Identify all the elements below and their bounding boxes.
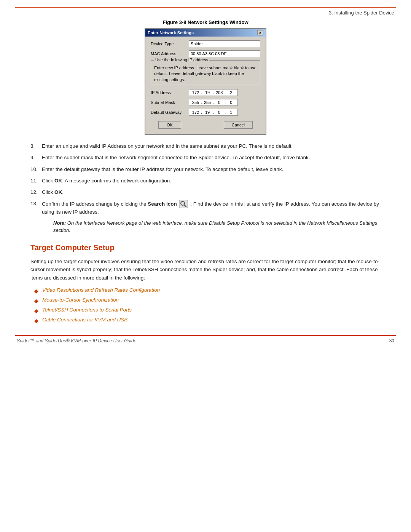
bullet-item-4: ◆ Cable Connections for KVM and USB: [34, 317, 381, 324]
instruction-item-13: 13. Confirm the IP address change by cli…: [30, 200, 381, 234]
mac-address-label: MAC Address: [151, 51, 189, 56]
subnet-octet-4[interactable]: [226, 100, 236, 105]
list-num-11: 11.: [30, 177, 42, 185]
ip-octet-3[interactable]: [214, 90, 224, 95]
ip-octet-4[interactable]: [226, 90, 236, 95]
device-type-label: Device Type: [151, 42, 189, 46]
svg-point-3: [183, 203, 184, 204]
mac-address-row: MAC Address: [151, 50, 260, 57]
instruction-item-11: 11. Click OK. A message confirms the net…: [30, 177, 381, 185]
ip-dot-2: .: [213, 90, 214, 95]
list-content-12: Click OK.: [42, 189, 381, 196]
subnet-mask-label: Subnet Mask: [151, 100, 189, 105]
ip-dot-3: .: [225, 90, 226, 95]
close-button[interactable]: ×: [257, 30, 263, 35]
bullet-diamond-2: ◆: [34, 298, 38, 304]
ip-dot-1: .: [201, 90, 202, 95]
list-content-10: Enter the default gateway that is the ro…: [42, 166, 381, 173]
gateway-dot-1: .: [201, 110, 202, 115]
ip-address-row: IP Address . . .: [151, 89, 260, 96]
ip-octet-2[interactable]: [202, 90, 212, 95]
bullet-diamond-4: ◆: [34, 318, 38, 324]
gateway-octet-3[interactable]: [214, 110, 224, 115]
ip-address-fields: . . .: [189, 89, 238, 96]
bullet-diamond-1: ◆: [34, 288, 38, 294]
network-settings-dialog: Enter Network Settings × Device Type MAC…: [145, 28, 266, 135]
gateway-dot-3: .: [225, 110, 226, 115]
ok-button[interactable]: OK: [158, 121, 181, 129]
section-intro: Setting up the target computer involves …: [30, 257, 381, 282]
list-num-13: 13.: [30, 200, 42, 234]
list-content-13: Confirm the IP address change by clickin…: [42, 200, 381, 234]
note-label: Note:: [53, 220, 66, 226]
gateway-octet-4[interactable]: [226, 110, 236, 115]
gateway-fields: . . .: [189, 109, 238, 116]
dialog-buttons: OK Cancel: [151, 120, 260, 130]
list-content-9: Enter the subnet mask that is the networ…: [42, 154, 381, 161]
bullet-link-4[interactable]: Cable Connections for KVM and USB: [42, 317, 127, 323]
list-num-12: 12.: [30, 189, 42, 196]
list-content-11: Click OK. A message confirms the network…: [42, 177, 381, 185]
dialog-body: Device Type MAC Address Use the followin…: [145, 37, 266, 134]
footer-left: Spider™ and SpiderDuo® KVM-over-IP Devic…: [17, 338, 136, 343]
instructions-list: 8. Enter an unique and valid IP Address …: [30, 142, 381, 234]
ip-octet-1[interactable]: [191, 90, 201, 95]
instruction-item-9: 9. Enter the subnet mask that is the net…: [30, 154, 381, 161]
gateway-octet-1[interactable]: [191, 110, 201, 115]
subnet-dot-1: .: [201, 100, 202, 105]
bullet-link-1[interactable]: Video Resolutions and Refresh Rates Conf…: [42, 287, 160, 293]
list-num-10: 10.: [30, 166, 42, 173]
gateway-label: Default Gateway: [151, 110, 189, 115]
bullet-item-2: ◆ Mouse-to-Cursor Synchronization: [34, 297, 381, 304]
dialog-wrapper: Enter Network Settings × Device Type MAC…: [30, 28, 381, 135]
bullet-item-3: ◆ Telnet/SSH Connections to Serial Ports: [34, 307, 381, 314]
section-title: Target Computer Setup: [30, 243, 381, 252]
note-block: Note: On the Interfaces Network page of …: [53, 219, 381, 234]
gateway-octet-2[interactable]: [202, 110, 212, 115]
dialog-titlebar: Enter Network Settings ×: [145, 29, 266, 37]
ip-group: Use the following IP address Enter new I…: [151, 60, 260, 85]
footer: Spider™ and SpiderDuo® KVM-over-IP Devic…: [0, 336, 411, 346]
ip-address-label: IP Address: [151, 90, 189, 95]
figure-label: Figure 3-8 Network Settings Window: [30, 19, 381, 25]
search-icon: [179, 200, 188, 208]
mac-address-input[interactable]: [189, 50, 260, 57]
group-text: Enter new IP address. Leave subnet mask …: [154, 65, 257, 83]
bullet-item-1: ◆ Video Resolutions and Refresh Rates Co…: [34, 287, 381, 294]
subnet-octet-3[interactable]: [214, 100, 224, 105]
instruction-item-10: 10. Enter the default gateway that is th…: [30, 166, 381, 173]
subnet-dot-3: .: [225, 100, 226, 105]
footer-right: 30: [389, 338, 394, 343]
gateway-row: Default Gateway . . .: [151, 109, 260, 116]
list-content-8: Enter an unique and valid IP Address on …: [42, 142, 381, 150]
group-legend: Use the following IP address: [154, 58, 209, 62]
subnet-octet-2[interactable]: [202, 100, 212, 105]
subnet-mask-fields: . . .: [189, 99, 238, 106]
list-num-9: 9.: [30, 154, 42, 161]
instruction-item-12: 12. Click OK.: [30, 189, 381, 196]
device-type-input[interactable]: [189, 40, 260, 47]
list-num-8: 8.: [30, 142, 42, 150]
subnet-dot-2: .: [213, 100, 214, 105]
chapter-header: 3: Installing the Spider Device: [0, 8, 411, 16]
gateway-dot-2: .: [213, 110, 214, 115]
subnet-octet-1[interactable]: [191, 100, 201, 105]
bullet-diamond-3: ◆: [34, 308, 38, 314]
subnet-mask-row: Subnet Mask . . .: [151, 99, 260, 106]
bullet-link-3[interactable]: Telnet/SSH Connections to Serial Ports: [42, 307, 132, 313]
instruction-item-8: 8. Enter an unique and valid IP Address …: [30, 142, 381, 150]
bullet-link-2[interactable]: Mouse-to-Cursor Synchronization: [42, 297, 119, 303]
dialog-title: Enter Network Settings: [148, 30, 194, 35]
bullet-list: ◆ Video Resolutions and Refresh Rates Co…: [34, 287, 381, 324]
cancel-button[interactable]: Cancel: [224, 121, 253, 129]
note-text: On the Interfaces Network page of the we…: [53, 220, 377, 233]
device-type-row: Device Type: [151, 40, 260, 47]
